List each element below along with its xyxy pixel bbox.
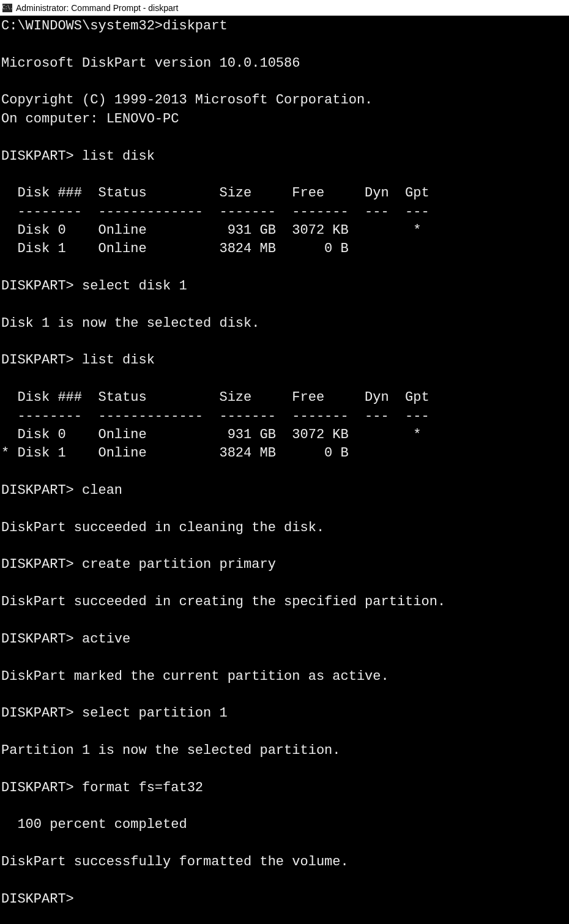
cmd-clean: clean <box>82 483 122 498</box>
disk-row-1: Disk 1 Online 3824 MB 0 B <box>1 241 349 256</box>
diskpart-prompt: DISKPART> <box>1 632 74 647</box>
msg-format-ok: DiskPart successfully formatted the volu… <box>1 854 349 870</box>
version-line: Microsoft DiskPart version 10.0.10586 <box>1 56 300 71</box>
diskpart-prompt: DISKPART> <box>1 149 74 164</box>
disk-row-0: Disk 0 Online 931 GB 3072 KB * <box>1 427 422 442</box>
window-title: Administrator: Command Prompt - diskpart <box>16 3 178 13</box>
diskpart-prompt: DISKPART> <box>1 892 74 907</box>
cmd-diskpart: diskpart <box>163 18 228 34</box>
cmd-format: format fs=fat32 <box>82 780 203 795</box>
disk-table-header: Disk ### Status Size Free Dyn Gpt <box>1 390 430 405</box>
cmd-list-disk: list disk <box>82 149 155 164</box>
disk-table-divider: -------- ------------- ------- ------- -… <box>1 204 430 220</box>
disk-table-divider: -------- ------------- ------- ------- -… <box>1 409 430 424</box>
diskpart-prompt: DISKPART> <box>1 706 74 721</box>
cmd-active: active <box>82 632 130 647</box>
diskpart-prompt: DISKPART> <box>1 278 74 294</box>
msg-disk1-selected: Disk 1 is now the selected disk. <box>1 316 259 331</box>
cmd-select-disk-1: select disk 1 <box>82 278 187 294</box>
msg-active-ok: DiskPart marked the current partition as… <box>1 669 389 684</box>
disk-row-0: Disk 0 Online 931 GB 3072 KB * <box>1 223 422 238</box>
diskpart-prompt: DISKPART> <box>1 352 74 368</box>
disk-table-header: Disk ### Status Size Free Dyn Gpt <box>1 185 430 201</box>
cmd-select-part-1: select partition 1 <box>82 706 228 721</box>
disk-row-1: * Disk 1 Online 3824 MB 0 B <box>1 445 349 461</box>
computer-line: On computer: LENOVO-PC <box>1 111 179 127</box>
terminal-output[interactable]: C:\WINDOWS\system32>diskpart Microsoft D… <box>0 16 569 924</box>
command-prompt-window: C:\. Administrator: Command Prompt - dis… <box>0 0 569 924</box>
cmd-icon: C:\. <box>2 4 12 12</box>
titlebar[interactable]: C:\. Administrator: Command Prompt - dis… <box>0 0 569 16</box>
msg-format-progress: 100 percent completed <box>1 817 187 832</box>
cmd-list-disk: list disk <box>82 352 155 368</box>
initial-prompt: C:\WINDOWS\system32> <box>1 18 163 34</box>
copyright-line: Copyright (C) 1999-2013 Microsoft Corpor… <box>1 92 373 108</box>
diskpart-prompt: DISKPART> <box>1 483 74 498</box>
msg-part1-selected: Partition 1 is now the selected partitio… <box>1 743 341 758</box>
diskpart-prompt: DISKPART> <box>1 557 74 572</box>
cmd-create-part: create partition primary <box>82 557 276 572</box>
msg-create-ok: DiskPart succeeded in creating the speci… <box>1 594 445 609</box>
diskpart-prompt: DISKPART> <box>1 780 74 795</box>
msg-clean-ok: DiskPart succeeded in cleaning the disk. <box>1 520 324 535</box>
